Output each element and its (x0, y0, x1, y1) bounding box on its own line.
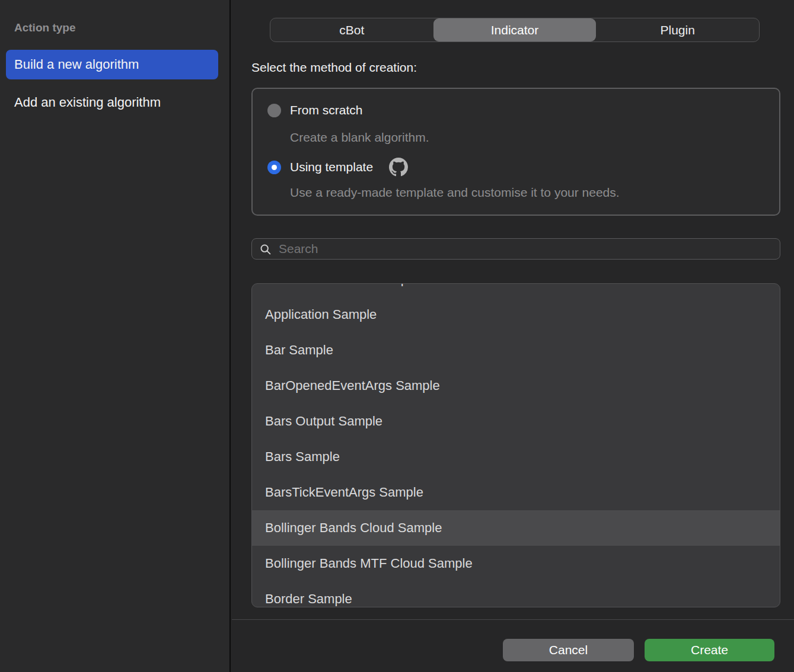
list-item-label: Bars Sample (265, 449, 340, 465)
list-item-label: Application Sample (265, 307, 377, 322)
action-type-sidebar: Action type Build a new algorithm Add an… (0, 0, 231, 672)
list-item-label: Border Sample (265, 591, 352, 607)
list-item[interactable]: Bar Sample (252, 332, 780, 368)
list-item-label: Bollinger Bands Cloud Sample (265, 520, 442, 536)
list-item[interactable]: Bollinger Bands MTF Cloud Sample (252, 546, 780, 581)
algorithm-type-tabs: cBot Indicator Plugin (270, 18, 760, 42)
list-item-label: Bar Sample (265, 343, 333, 358)
github-icon (389, 158, 408, 177)
template-search[interactable] (251, 238, 780, 260)
sidebar-item-add-existing-algorithm[interactable]: Add an existing algorithm (6, 88, 218, 117)
list-item[interactable]: Bollinger Bands Cloud Sample (252, 510, 780, 546)
method-heading: Select the method of creation: (251, 60, 417, 75)
option-from-scratch-description: Create a blank algorithm. (290, 130, 429, 145)
option-label: From scratch (290, 103, 363, 117)
option-using-template-description: Use a ready-made template and customise … (290, 185, 620, 200)
sidebar-item-build-new-algorithm[interactable]: Build a new algorithm (6, 50, 218, 79)
cancel-button[interactable]: Cancel (503, 639, 634, 661)
list-item-label: Bollinger Bands MTF Cloud Sample (265, 556, 473, 571)
option-using-template[interactable]: Using template (267, 158, 408, 177)
sidebar-item-label: Add an existing algorithm (14, 95, 161, 110)
list-item[interactable]: Bars Output Sample (252, 404, 780, 439)
template-list-scroller: Andrews Pitchfork SampleApplication Samp… (252, 283, 780, 607)
main-panel: cBot Indicator Plugin Select the method … (232, 0, 794, 672)
search-input[interactable] (279, 242, 753, 256)
list-item[interactable]: BarOpenedEventArgs Sample (252, 368, 780, 404)
create-button[interactable]: Create (645, 639, 774, 661)
search-icon (259, 243, 272, 255)
template-list[interactable]: Andrews Pitchfork SampleApplication Samp… (251, 283, 780, 607)
list-item-label: Bars Output Sample (265, 414, 382, 429)
list-item[interactable]: Border Sample (252, 581, 780, 607)
sidebar-item-label: Build a new algorithm (14, 57, 139, 72)
list-item-label: Andrews Pitchfork Sample (265, 283, 418, 287)
list-item[interactable]: Andrews Pitchfork Sample (252, 283, 780, 297)
list-item[interactable]: Bars Sample (252, 439, 780, 475)
list-item[interactable]: Application Sample (252, 297, 780, 332)
tab-plugin[interactable]: Plugin (596, 18, 759, 41)
list-item-label: BarOpenedEventArgs Sample (265, 378, 440, 393)
tab-indicator[interactable]: Indicator (433, 18, 597, 41)
list-item-label: BarsTickEventArgs Sample (265, 485, 423, 500)
footer-divider (232, 619, 794, 620)
option-from-scratch[interactable]: From scratch (267, 103, 363, 117)
list-item[interactable]: BarsTickEventArgs Sample (252, 475, 780, 510)
tab-cbot[interactable]: cBot (270, 18, 433, 41)
sidebar-header: Action type (14, 21, 75, 34)
option-label: Using template (290, 160, 373, 174)
method-selection-box: From scratch Create a blank algorithm. U… (251, 88, 780, 216)
radio-from-scratch[interactable] (267, 104, 281, 117)
radio-using-template[interactable] (267, 161, 281, 174)
